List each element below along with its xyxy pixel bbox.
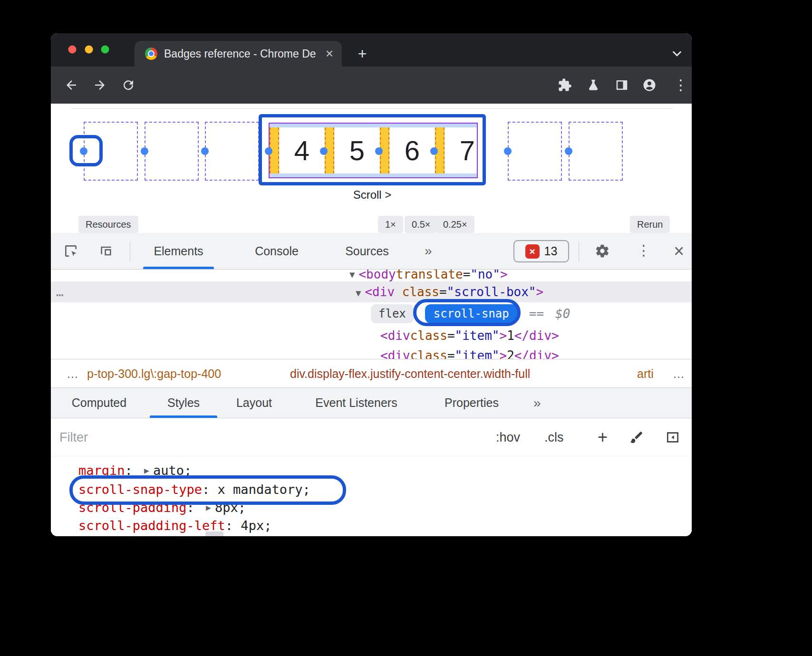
token-tag: > bbox=[499, 348, 507, 359]
snap-point-dot bbox=[201, 147, 209, 155]
more-styles-tabs-button[interactable]: » bbox=[533, 388, 541, 418]
speed-0.25×-button[interactable]: 0.25× bbox=[436, 216, 474, 233]
breadcrumb: …p-top-300.lg\:gap-top-400div.display-fl… bbox=[51, 359, 692, 387]
dom-node-item-1[interactable]: <div class="item">1</div> bbox=[380, 325, 559, 346]
breadcrumb-item[interactable]: div.display-flex.justify-content-center.… bbox=[290, 359, 530, 388]
error-icon: × bbox=[525, 244, 540, 259]
speed-0.5×-button[interactable]: 0.5× bbox=[405, 216, 437, 233]
flex-badge[interactable]: flex bbox=[371, 304, 414, 323]
token-tag: <div bbox=[365, 285, 395, 299]
styles-filter-row: Filter :hov .cls + bbox=[51, 418, 692, 456]
side-panel-icon[interactable] bbox=[615, 78, 629, 92]
dom-node-scroll-box[interactable]: … ▼<div class="scroll-box"> bbox=[51, 281, 692, 302]
css-declaration-scroll-snap-type[interactable]: scroll-snap-type: x mandatory; bbox=[78, 480, 310, 498]
breadcrumb-item[interactable]: p-top-300.lg\:gap-top-400 bbox=[87, 359, 221, 388]
reload-button[interactable] bbox=[121, 78, 135, 92]
styles-tab-event-listeners[interactable]: Event Listeners bbox=[300, 388, 412, 418]
toolbar-divider bbox=[130, 241, 130, 261]
snap-point-dot bbox=[375, 147, 383, 155]
paintbrush-icon[interactable] bbox=[629, 430, 644, 445]
devtools-tab-elements[interactable]: Elements bbox=[139, 233, 218, 269]
breadcrumb-overflow[interactable]: … bbox=[67, 359, 78, 388]
token-plain: : bbox=[125, 463, 141, 478]
browser-toolbar: localhost:8080/docs/devtools/elements/ba… bbox=[51, 67, 692, 104]
token-prop: margin bbox=[78, 463, 125, 478]
token-plain: = bbox=[463, 270, 471, 281]
token-plain: : x mandatory; bbox=[202, 482, 310, 497]
token-attr: class bbox=[410, 348, 447, 359]
token-attr: class bbox=[395, 285, 439, 299]
token-plain: 8px; bbox=[215, 500, 246, 515]
tab-title: Badges reference - Chrome De bbox=[164, 41, 316, 67]
styles-tab-layout[interactable]: Layout bbox=[227, 388, 281, 418]
styles-sidebar-tabs: ComputedStylesLayoutEvent ListenersPrope… bbox=[51, 387, 692, 418]
back-button[interactable] bbox=[64, 78, 78, 92]
chevron-down-icon[interactable] bbox=[669, 47, 685, 61]
error-count: 13 bbox=[544, 244, 558, 258]
token-tag: > bbox=[500, 270, 508, 281]
profile-avatar-icon[interactable] bbox=[642, 78, 657, 92]
snap-point-dot bbox=[504, 147, 512, 155]
toggle-hover-button[interactable]: :hov bbox=[496, 418, 520, 456]
css-declaration-margin[interactable]: margin: ▶auto; bbox=[78, 461, 192, 479]
token-val: "scroll-box" bbox=[447, 285, 536, 299]
close-window-button[interactable] bbox=[68, 46, 77, 54]
more-tabs-button[interactable]: » bbox=[425, 233, 432, 269]
settings-gear-icon[interactable] bbox=[595, 243, 610, 259]
rerun-button[interactable]: Rerun bbox=[630, 216, 670, 233]
token-val: "item" bbox=[455, 348, 500, 359]
token-prop: scroll-snap-type bbox=[78, 482, 202, 497]
extensions-puzzle-icon[interactable] bbox=[558, 78, 572, 92]
devtools-toolbar: ElementsConsoleSources » × 13 ⋮ × bbox=[51, 233, 692, 270]
dom-node-item-2[interactable]: <div class="item">2</div> bbox=[380, 345, 559, 359]
token-tag: > bbox=[499, 328, 507, 343]
scroll-snap-overlay: 4567 bbox=[269, 123, 478, 178]
browser-tab[interactable]: Badges reference - Chrome De × bbox=[135, 41, 342, 67]
error-count-badge[interactable]: × 13 bbox=[513, 240, 569, 262]
dock-sidebar-icon[interactable] bbox=[665, 430, 680, 445]
styles-tab-computed[interactable]: Computed bbox=[62, 388, 136, 418]
token-plain: 1 bbox=[507, 328, 514, 343]
scroll-thumb bbox=[205, 531, 223, 536]
zoom-window-button[interactable] bbox=[101, 46, 109, 54]
snap-point-dot bbox=[565, 147, 572, 155]
token-tag: <div bbox=[380, 348, 410, 359]
styles-tab-properties[interactable]: Properties bbox=[434, 388, 510, 418]
labs-flask-icon[interactable] bbox=[586, 78, 600, 92]
new-tab-button[interactable]: + bbox=[351, 41, 373, 67]
styles-pane: margin: ▶auto; scroll-snap-type: x manda… bbox=[51, 456, 692, 536]
scroll-item-placeholder bbox=[205, 122, 259, 181]
token-tri: ▶ bbox=[144, 465, 149, 475]
browser-menu-icon[interactable]: ⋮ bbox=[674, 77, 688, 93]
devtools-close-icon[interactable]: × bbox=[669, 240, 689, 262]
snap-point-dot bbox=[320, 147, 328, 155]
device-toolbar-icon[interactable] bbox=[98, 243, 114, 259]
new-style-rule-button[interactable]: + bbox=[598, 418, 608, 456]
filter-input[interactable]: Filter bbox=[59, 418, 88, 456]
tab-close-icon[interactable]: × bbox=[326, 41, 333, 67]
devtools-tab-console[interactable]: Console bbox=[241, 233, 312, 269]
css-declaration-scroll-padding[interactable]: scroll-padding: ▶8px; bbox=[78, 498, 246, 516]
scroll-padding-strip bbox=[270, 124, 477, 127]
scroll-snap-badge[interactable]: scroll-snap bbox=[425, 304, 518, 323]
inspect-element-icon[interactable] bbox=[63, 243, 78, 259]
selected-tab-underline bbox=[143, 267, 214, 269]
speed-1×-button[interactable]: 1× bbox=[378, 216, 403, 233]
devtools-panel: ElementsConsoleSources » × 13 ⋮ × ▼<body… bbox=[51, 233, 692, 536]
devtools-menu-icon[interactable]: ⋮ bbox=[637, 242, 651, 259]
devtools-tab-sources[interactable]: Sources bbox=[331, 233, 403, 269]
equals-sign: == bbox=[529, 307, 544, 321]
forward-button[interactable] bbox=[93, 78, 107, 92]
css-declaration-scroll-padding-left[interactable]: scroll-padding-left: 4px; bbox=[78, 516, 271, 534]
token-tag: </div> bbox=[514, 348, 559, 359]
page-content: 4567 Scroll > Resources 1×0.5×0.25× Reru… bbox=[51, 104, 692, 233]
breadcrumb-item[interactable]: arti bbox=[637, 359, 654, 388]
minimize-window-button[interactable] bbox=[85, 46, 93, 54]
scroll-padding-strip bbox=[270, 174, 477, 177]
resources-button[interactable]: Resources bbox=[78, 216, 138, 233]
breadcrumb-overflow[interactable]: … bbox=[673, 359, 685, 388]
toggle-class-button[interactable]: .cls bbox=[544, 418, 564, 456]
token-plain: = bbox=[439, 285, 447, 299]
scroll-item-placeholder bbox=[145, 122, 199, 181]
styles-tab-styles[interactable]: Styles bbox=[150, 388, 217, 418]
